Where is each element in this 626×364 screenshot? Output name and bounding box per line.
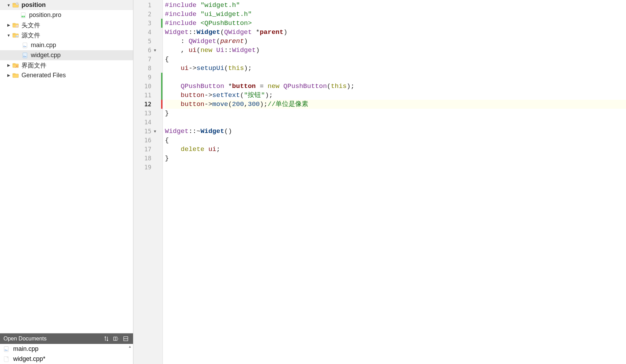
- gutter-line[interactable]: 12: [133, 100, 162, 109]
- gutter-line[interactable]: 8: [133, 64, 162, 73]
- code-line[interactable]: button->setText("按钮");: [165, 91, 626, 100]
- code-line[interactable]: ui->setupUi(this);: [165, 64, 626, 73]
- project-tree[interactable]: ▼ position Qt position.pro ▶ h 头文件 ▼ C++: [0, 0, 133, 333]
- editor-gutter[interactable]: 123456▼789101112131415▼16171819: [133, 0, 163, 364]
- gutter-line[interactable]: 10: [133, 82, 162, 91]
- code-line[interactable]: , ui(new Ui::Widget): [165, 46, 626, 55]
- tree-label: position: [21, 1, 46, 9]
- ui-folder-icon: [12, 62, 19, 69]
- gutter-line[interactable]: 7: [133, 55, 162, 64]
- svg-text:+: +: [118, 337, 119, 341]
- gutter-line[interactable]: 17: [133, 145, 162, 154]
- gutter-line[interactable]: 6▼: [133, 46, 162, 55]
- gutter-line[interactable]: 9: [133, 73, 162, 82]
- open-documents-title: Open Documents: [3, 336, 100, 342]
- code-line[interactable]: QPushButton *button = new QPushButton(th…: [165, 82, 626, 91]
- gutter-line[interactable]: 1: [133, 1, 162, 10]
- gutter-line[interactable]: 13: [133, 109, 162, 118]
- chevron-down-icon: ▼: [6, 33, 11, 38]
- line-number: 1: [148, 2, 162, 9]
- svg-text:C++: C++: [24, 46, 27, 47]
- spacer: [14, 13, 19, 18]
- svg-rect-20: [13, 63, 16, 64]
- tree-item-generated[interactable]: ▶ Generated Files: [0, 70, 133, 80]
- svg-rect-22: [13, 73, 16, 74]
- sidebar: ▼ position Qt position.pro ▶ h 头文件 ▼ C++: [0, 0, 133, 364]
- line-number: 8: [148, 65, 162, 72]
- gutter-line[interactable]: 19: [133, 163, 162, 172]
- code-line[interactable]: delete ui;: [165, 145, 626, 154]
- gutter-line[interactable]: 2: [133, 10, 162, 19]
- code-line[interactable]: [165, 163, 626, 172]
- open-documents-header: Open Documents +: [0, 334, 133, 344]
- code-editor[interactable]: 123456▼789101112131415▼16171819 #include…: [133, 0, 626, 364]
- line-number: 2: [148, 11, 162, 18]
- code-line[interactable]: Widget::~Widget(): [165, 127, 626, 136]
- code-line[interactable]: [165, 73, 626, 82]
- file-icon: [3, 356, 10, 363]
- qt-pro-file-icon: Qt: [20, 12, 27, 19]
- code-line[interactable]: }: [165, 154, 626, 163]
- split-button[interactable]: +: [112, 335, 120, 343]
- project-folder-icon: [12, 2, 19, 9]
- close-panel-button[interactable]: [122, 335, 130, 343]
- line-number: 13: [144, 110, 162, 117]
- tree-item-widget-cpp[interactable]: C++ widget.cpp: [0, 50, 133, 60]
- sort-button[interactable]: [103, 335, 110, 343]
- code-line[interactable]: #include <QPushButton>: [165, 19, 626, 28]
- code-line[interactable]: #include "widget.h": [165, 1, 626, 10]
- tree-item-main-cpp[interactable]: C++ main.cpp: [0, 40, 133, 50]
- open-documents-panel: Open Documents + ▲ C++ main.cpp: [0, 333, 133, 364]
- tree-root-position[interactable]: ▼ position: [0, 0, 133, 10]
- gutter-line[interactable]: 4: [133, 28, 162, 37]
- code-line[interactable]: #include "ui_widget.h": [165, 10, 626, 19]
- open-documents-list: ▲ C++ main.cpp widget.cpp*: [0, 344, 133, 364]
- change-bar: [161, 91, 162, 100]
- fold-arrow-icon[interactable]: ▼: [153, 129, 157, 133]
- code-line[interactable]: [165, 118, 626, 127]
- cpp-file-icon: C++: [21, 42, 28, 49]
- scroll-arrow-icon: ▲: [128, 345, 132, 348]
- chevron-right-icon: ▶: [6, 63, 11, 68]
- line-number: 10: [144, 83, 162, 90]
- folder-icon: [12, 72, 19, 79]
- line-number: 19: [144, 164, 162, 171]
- tree-label: 头文件: [21, 21, 40, 29]
- cpp-file-icon: C++: [3, 346, 10, 353]
- gutter-line[interactable]: 11: [133, 91, 162, 100]
- svg-rect-1: [13, 3, 16, 4]
- code-line[interactable]: : QWidget(parent): [165, 37, 626, 46]
- tree-item-position-pro[interactable]: Qt position.pro: [0, 10, 133, 20]
- open-doc-main-cpp[interactable]: C++ main.cpp: [0, 344, 133, 354]
- gutter-line[interactable]: 16: [133, 136, 162, 145]
- svg-text:Qt: Qt: [23, 16, 25, 17]
- chevron-right-icon: ▶: [6, 23, 11, 28]
- line-number: 9: [148, 74, 162, 81]
- open-doc-widget-cpp[interactable]: widget.cpp*: [0, 354, 133, 364]
- change-bar: [161, 100, 162, 109]
- fold-arrow-icon[interactable]: ▼: [153, 48, 157, 52]
- line-number: 7: [148, 56, 162, 63]
- gutter-line[interactable]: 15▼: [133, 127, 162, 136]
- gutter-line[interactable]: 18: [133, 154, 162, 163]
- open-doc-label: main.cpp: [13, 345, 38, 353]
- tree-item-forms[interactable]: ▶ 界面文件: [0, 60, 133, 70]
- code-line[interactable]: {: [165, 136, 626, 145]
- tree-item-sources[interactable]: ▼ C++ 源文件: [0, 30, 133, 40]
- tree-label: 源文件: [21, 31, 40, 39]
- gutter-line[interactable]: 3: [133, 19, 162, 28]
- gutter-line[interactable]: 14: [133, 118, 162, 127]
- code-line[interactable]: Widget::Widget(QWidget *parent): [165, 28, 626, 37]
- change-bar: [161, 82, 162, 91]
- svg-text:C++: C++: [24, 56, 27, 57]
- change-bar: [161, 73, 162, 82]
- tree-item-headers[interactable]: ▶ h 头文件: [0, 20, 133, 30]
- line-number: 5: [148, 38, 162, 45]
- code-area[interactable]: #include "widget.h"#include "ui_widget.h…: [163, 0, 626, 364]
- code-line[interactable]: {: [165, 55, 626, 64]
- code-line[interactable]: }: [165, 109, 626, 118]
- tree-label: widget.cpp: [31, 52, 61, 59]
- gutter-line[interactable]: 5: [133, 37, 162, 46]
- code-line[interactable]: button->move(200,300);//单位是像素: [165, 100, 626, 109]
- svg-point-2: [16, 2, 19, 5]
